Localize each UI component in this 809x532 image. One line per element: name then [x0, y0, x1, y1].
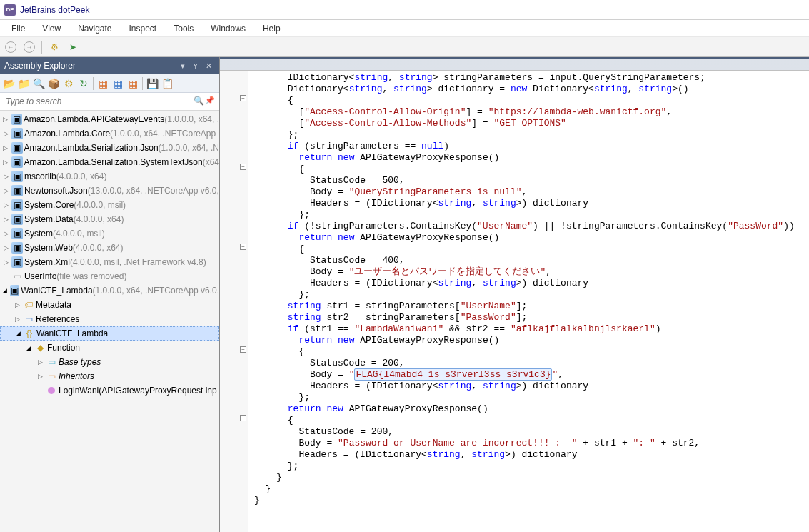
tree-label: WaniCTF_Lambda — [36, 328, 108, 338]
nav-button[interactable]: ➤ — [65, 39, 81, 55]
tree-meta: (4.0.0.0, x64) — [73, 243, 124, 253]
fold-toggle[interactable]: − — [240, 164, 246, 170]
tree-row[interactable]: ▷▣System (4.0.0.0, msil) — [0, 226, 219, 241]
save-icon[interactable]: 💾 — [145, 76, 159, 91]
horizontal-scrollbar[interactable] — [220, 59, 809, 71]
tree-expand-icon[interactable] — [36, 387, 44, 394]
tree-meta: (file was removed) — [56, 271, 126, 281]
panel-pin-button[interactable]: ⫯ — [189, 59, 202, 72]
settings-button[interactable]: ⚙ — [46, 39, 62, 55]
menu-windows[interactable]: Windows — [202, 21, 254, 36]
fold-toggle[interactable]: − — [240, 415, 246, 421]
tree-row[interactable]: ▷▭Inheritors — [0, 369, 219, 383]
tree-row[interactable]: ▷▣mscorlib (4.0.0.0, x64) — [0, 169, 219, 184]
tree-expand-icon[interactable]: ▷ — [36, 358, 44, 366]
menu-view[interactable]: View — [34, 21, 69, 36]
panel-header: Assembly Explorer ▾ ⫯ ✕ — [0, 57, 219, 74]
tree-expand-icon[interactable]: ▷ — [1, 130, 10, 137]
tree-row[interactable]: ▷▣System.Xml (4.0.0.0, msil, .Net Framew… — [0, 255, 219, 269]
tree-row[interactable]: ◢{}WaniCTF_Lambda — [0, 326, 219, 341]
panel-title: Assembly Explorer — [4, 61, 76, 71]
tree-label: UserInfo — [24, 271, 56, 281]
menu-tools[interactable]: Tools — [165, 21, 202, 36]
tree-row[interactable]: ◢◆Function — [0, 341, 219, 355]
back-icon: ← — [5, 41, 16, 53]
layout3-icon[interactable]: ▦ — [126, 76, 140, 91]
back-button[interactable]: ← — [3, 39, 19, 55]
tree-expand-icon[interactable]: ▷ — [1, 259, 10, 266]
tree-row[interactable]: ▷▣Amazon.Lambda.Serialization.Json (1.0.… — [0, 141, 219, 155]
tree-expand-icon[interactable]: ▷ — [1, 187, 10, 194]
menu-bar: File View Navigate Inspect Tools Windows… — [0, 20, 809, 37]
tree-row[interactable]: ◢▣WaniCTF_Lambda (1.0.0.0, x64, .NETCore… — [0, 283, 219, 298]
gear-icon: ⚙ — [51, 42, 59, 52]
tree-row[interactable]: ▷▭Base types — [0, 355, 219, 369]
tree-label: Amazon.Lambda.Serialization.SystemTextJs… — [24, 157, 203, 167]
menu-help[interactable]: Help — [254, 21, 289, 36]
layout1-icon[interactable]: ▦ — [96, 76, 110, 91]
menu-file[interactable]: File — [3, 21, 34, 36]
explore-icon[interactable]: 🔍 — [31, 76, 46, 91]
tree-expand-icon[interactable]: ▷ — [1, 144, 10, 151]
assembly-tree[interactable]: ▷▣Amazon.Lambda.APIGatewayEvents (1.0.0.… — [0, 111, 219, 532]
search-pin-icon[interactable]: 📌 — [205, 96, 216, 107]
tree-expand-icon[interactable]: ◢ — [14, 330, 22, 337]
tree-expand-icon[interactable]: ▷ — [1, 201, 10, 209]
tree-meta: (13.0.0.0, x64, .NETCoreApp v6.0, — [88, 186, 219, 196]
tree-row[interactable]: ▷▣Amazon.Lambda.APIGatewayEvents (1.0.0.… — [0, 112, 219, 126]
tree-row[interactable]: ▭UserInfo (file was removed) — [0, 269, 219, 283]
tree-expand-icon[interactable]: ▷ — [1, 159, 10, 166]
tree-label: Amazon.Lambda.Core — [24, 129, 110, 139]
tree-row[interactable]: ▷▣Amazon.Lambda.Serialization.SystemText… — [0, 155, 219, 169]
tree-row[interactable]: ▷▣Newtonsoft.Json (13.0.0.0, x64, .NETCo… — [0, 184, 219, 198]
tree-row[interactable]: LoginWani(APIGatewayProxyRequest inp — [0, 383, 219, 398]
tree-row[interactable]: ▷▣System.Data (4.0.0.0, x64) — [0, 212, 219, 226]
tree-expand-icon[interactable]: ▷ — [1, 244, 10, 251]
tree-expand-icon[interactable]: ▷ — [1, 230, 10, 237]
fold-toggle[interactable]: − — [240, 244, 246, 250]
code-content[interactable]: IDictionary<string, string> stringParame… — [248, 71, 809, 532]
search-icon[interactable]: 🔍 — [194, 96, 205, 107]
menu-inspect[interactable]: Inspect — [121, 21, 166, 36]
tree-expand-icon[interactable]: ▷ — [1, 173, 10, 180]
tree-meta: (1.0.0.0, x64, .NETCoreApp — [110, 129, 216, 139]
forward-button[interactable]: → — [21, 39, 37, 55]
tree-row[interactable]: ▷▣Amazon.Lambda.Core (1.0.0.0, x64, .NET… — [0, 126, 219, 141]
search-input[interactable] — [3, 95, 194, 108]
tree-row[interactable]: ▷▭References — [0, 312, 219, 326]
tree-meta: (4.0.0.0, msil) — [53, 229, 105, 239]
assembly-explorer-panel: Assembly Explorer ▾ ⫯ ✕ 📂 📁 🔍 📦 ⚙ ↻ ▦ ▦ … — [0, 57, 220, 532]
tree-expand-icon[interactable] — [1, 273, 10, 280]
tree-expand-icon[interactable]: ▷ — [13, 301, 21, 308]
tree-expand-icon[interactable]: ▷ — [1, 216, 10, 223]
menu-navigate[interactable]: Navigate — [69, 21, 120, 36]
fold-toggle[interactable]: − — [240, 95, 246, 101]
panel-dropdown-button[interactable]: ▾ — [176, 59, 189, 72]
panel-close-button[interactable]: ✕ — [202, 59, 215, 72]
refresh-icon[interactable]: ↻ — [76, 76, 91, 91]
tree-expand-icon[interactable]: ▷ — [36, 373, 44, 380]
tree-label: System.Xml — [24, 257, 70, 267]
tree-row[interactable]: ▷▣System.Web (4.0.0.0, x64) — [0, 241, 219, 255]
copy-icon[interactable]: 📋 — [160, 76, 174, 91]
tree-label: Function — [47, 343, 80, 353]
tree-meta: (4.0.0.0, x64) — [74, 214, 124, 224]
layout2-icon[interactable]: ▦ — [111, 76, 125, 91]
tree-label: References — [36, 314, 79, 324]
tree-expand-icon[interactable]: ◢ — [1, 287, 9, 294]
tree-label: System.Core — [24, 200, 74, 210]
tree-expand-icon[interactable]: ▷ — [1, 116, 10, 123]
tree-meta: (1.0.0.0, x64, .N — [159, 143, 219, 153]
title-bar: DP JetBrains dotPeek — [0, 0, 809, 20]
tree-expand-icon[interactable]: ▷ — [13, 316, 21, 323]
process-icon[interactable]: ⚙ — [61, 76, 76, 91]
code-editor[interactable]: − − − − − IDictionary<string, string> st… — [220, 71, 809, 532]
open-icon[interactable]: 📂 — [1, 76, 16, 91]
fold-toggle[interactable]: − — [240, 346, 246, 353]
tree-row[interactable]: ▷🏷Metadata — [0, 298, 219, 312]
folder-icon[interactable]: 📁 — [16, 76, 31, 91]
tree-row[interactable]: ▷▣System.Core (4.0.0.0, msil) — [0, 198, 219, 212]
tree-expand-icon[interactable]: ◢ — [24, 344, 33, 351]
tree-meta: (4.0.0.0, msil) — [74, 200, 126, 210]
gac-icon[interactable]: 📦 — [46, 76, 61, 91]
